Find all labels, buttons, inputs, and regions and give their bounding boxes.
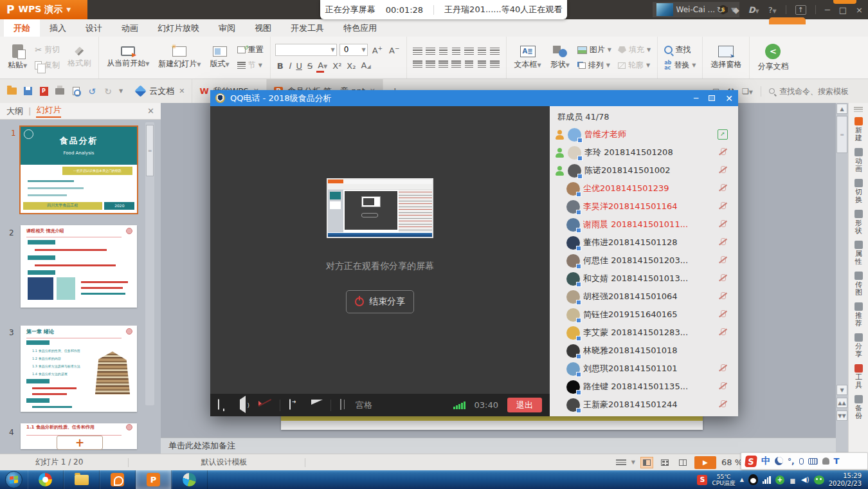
main-scrollbar[interactable]: ▲ ≡ ▼ ▲▲ ▼▼ (836, 103, 848, 454)
print-button[interactable] (55, 86, 65, 97)
tab-cloud-docs[interactable]: 云文档✕ (129, 79, 192, 103)
close-button[interactable]: × (856, 5, 863, 15)
decrease-indent-icon[interactable] (439, 48, 448, 55)
font-family-input[interactable] (278, 44, 329, 55)
right-toolbar-item[interactable]: 工具 (854, 364, 863, 389)
reading-view-button[interactable] (676, 457, 689, 468)
maximize-button[interactable]: □ (839, 5, 847, 15)
reset-button[interactable]: 重置 (235, 44, 266, 56)
line-spacing-icon[interactable] (478, 60, 486, 68)
replace-button[interactable]: abac替换▼ (662, 59, 698, 71)
punctuation-icon[interactable]: °, (788, 457, 795, 466)
export-pdf-button[interactable]: P (39, 86, 49, 97)
right-toolbar-item[interactable]: 形状 (854, 210, 863, 235)
input-mode-indicator[interactable]: 中 (761, 456, 770, 467)
fill-button[interactable]: 填充▼ (616, 44, 653, 56)
member-row[interactable]: 陈诺2018141501002 (550, 161, 738, 180)
wechat-tray-icon[interactable] (814, 475, 824, 484)
text-frame-icon[interactable] (478, 48, 486, 55)
help-icon[interactable]: ?▼ (768, 5, 777, 15)
member-mic-icon[interactable] (718, 201, 728, 212)
bold-button[interactable]: B (275, 60, 285, 72)
distribute-icon[interactable] (465, 60, 473, 68)
member-mic-icon[interactable] (718, 255, 728, 266)
ribbon-tab[interactable]: 动画 (112, 19, 148, 37)
close-icon[interactable]: ✕ (179, 87, 185, 95)
format-painter-button[interactable]: 格式刷 (64, 46, 94, 70)
sync-icon[interactable]: ↻ (717, 5, 724, 15)
next-slide-button[interactable]: ▼▼ (836, 411, 847, 421)
play-from-current-button[interactable]: 从当前开始▼ (104, 45, 152, 70)
taskbar-app-explorer[interactable] (64, 470, 100, 489)
ribbon-tab[interactable]: 幻灯片放映 (148, 19, 209, 37)
member-row[interactable]: 和文婧 2018141501013... (550, 270, 738, 288)
right-toolbar-item[interactable]: 动画 (854, 148, 863, 173)
qq-maximize-button[interactable] (709, 95, 715, 101)
member-row[interactable]: 尘优2018141501239 (550, 180, 738, 198)
voice-input-icon[interactable] (799, 458, 804, 465)
slides-scrollbar[interactable]: ≡ (145, 122, 154, 405)
member-mic-icon[interactable] (718, 400, 728, 410)
save-button[interactable] (23, 86, 33, 97)
grid-view-button[interactable] (340, 400, 352, 411)
member-mic-icon[interactable] (718, 273, 728, 284)
cut-button[interactable]: ✂剪切 (33, 44, 62, 56)
member-row[interactable]: 李昊洋2018141501164 (550, 198, 738, 216)
member-row[interactable]: 王新豪2018141501244 (550, 396, 738, 414)
justify-icon[interactable] (451, 60, 461, 68)
member-mic-icon[interactable] (718, 382, 728, 392)
scroll-up-button[interactable]: ▲ (836, 104, 847, 114)
notes-toggle-icon[interactable] (616, 459, 626, 466)
member-mic-icon[interactable] (718, 147, 728, 158)
chevron-down-icon[interactable]: ▼ (631, 459, 635, 465)
ribbon-tab[interactable]: 设计 (76, 19, 112, 37)
paragraph-more-icon[interactable] (490, 60, 500, 68)
member-row[interactable]: 李艾蒙 2018141501283... (550, 324, 738, 342)
slide-thumbnail-1[interactable]: 食品分析 Food Analysis 一把开启认识食品本质之门的钥匙 四川大学食… (21, 127, 137, 213)
member-row[interactable]: 林晓雅2018141501018 (550, 342, 738, 360)
account-icon[interactable] (822, 457, 829, 465)
highlight-button[interactable]: A◢ (359, 60, 372, 73)
undo-button[interactable]: ↺ (87, 86, 97, 97)
member-row[interactable]: 谢雨晨 2018141501011... (550, 216, 738, 234)
member-mic-icon[interactable] (718, 183, 728, 194)
print-preview-button[interactable] (71, 86, 81, 97)
member-row[interactable]: 胡柽强2018141501064 (550, 288, 738, 306)
fullhalf-width-icon[interactable] (775, 457, 783, 465)
antivirus-icon[interactable]: + (775, 475, 784, 484)
grid-view-label[interactable]: 宫格 (356, 400, 372, 411)
right-toolbar-item[interactable]: 传图 (854, 272, 863, 297)
start-button[interactable] (5, 471, 23, 488)
member-row[interactable]: 李玲 2018141501208 (550, 143, 738, 161)
add-slide-button[interactable]: + (57, 436, 103, 450)
font-family-combo[interactable]: ▼ (275, 44, 337, 56)
volume-icon[interactable]: ◀) (801, 475, 809, 484)
underline-button[interactable]: U (294, 60, 304, 72)
text-direction-icon[interactable] (464, 48, 474, 55)
slide-thumbnail-2[interactable]: 课程相关 情况介绍 (21, 225, 137, 308)
search-input[interactable] (778, 86, 855, 97)
member-mic-icon[interactable] (718, 237, 728, 248)
member-row[interactable]: 刘思琪2018141501101 (550, 360, 738, 378)
right-toolbar-item[interactable]: 备份 (854, 395, 863, 420)
selection-pane-button[interactable]: 选择窗格 (707, 44, 745, 71)
power-plug-icon[interactable] (789, 475, 797, 484)
zoom-level[interactable]: 68 % (721, 457, 743, 467)
slide-sorter-button[interactable] (658, 457, 671, 468)
network-icon[interactable] (763, 476, 771, 484)
right-toolbar-item[interactable]: 切换 (854, 179, 863, 204)
minimize-button[interactable]: ─ (825, 5, 830, 15)
taskbar-app-browser[interactable] (28, 470, 64, 489)
ribbon-tab[interactable]: 开始 (4, 19, 40, 37)
ribbon-tab[interactable]: 开发工具 (281, 19, 334, 37)
qq-close-button[interactable]: ✕ (725, 93, 733, 104)
bullet-list-icon[interactable] (413, 48, 422, 55)
subscript-button[interactable]: X₂ (345, 60, 357, 72)
right-toolbar-item[interactable]: 分享 (854, 333, 863, 358)
align-right-icon[interactable] (439, 60, 448, 68)
right-toolbar-item[interactable]: 属性 (854, 241, 863, 266)
paste-button[interactable]: 粘贴▼ (5, 43, 30, 72)
upgrade-icon[interactable]: ↑ (795, 5, 806, 15)
align-center-icon[interactable] (426, 60, 435, 68)
speaker-button[interactable]: ) (239, 400, 250, 411)
